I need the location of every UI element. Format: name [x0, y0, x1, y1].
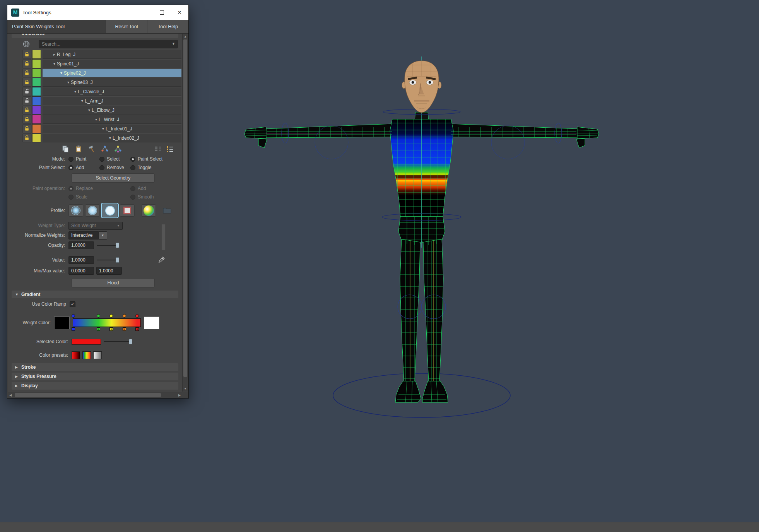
expanded-arrow-icon[interactable]: ▾	[60, 71, 62, 75]
move-influence-icon[interactable]	[100, 145, 109, 153]
tool-settings-window[interactable]: M Tool Settings – ✕ Paint Skin Weights T…	[7, 5, 189, 399]
minimize-button[interactable]: –	[135, 5, 153, 20]
joint-bar[interactable]: ▾L_Arm_J	[43, 96, 181, 105]
expanded-arrow-icon[interactable]: ▾	[95, 117, 97, 121]
brush-soft-button[interactable]	[68, 204, 83, 217]
expanded-arrow-icon[interactable]: ▾	[53, 62, 55, 66]
lock-icon[interactable]	[22, 133, 31, 142]
preset-rainbow-swatch[interactable]	[82, 351, 91, 359]
section-collapsed-icon[interactable]: ▶	[15, 384, 21, 388]
joint-row-Spine01_J[interactable]: ▾Spine01_J	[22, 59, 181, 68]
show-influence-icon[interactable]	[113, 145, 123, 153]
brush-gaussian-button[interactable]	[141, 204, 156, 217]
joint-row-R_Leg_J[interactable]: ▸R_Leg_J	[22, 50, 181, 59]
lock-icon[interactable]	[22, 106, 31, 115]
max-value-input[interactable]	[96, 267, 122, 275]
joint-bar[interactable]: ▸R_Leg_J	[43, 50, 181, 59]
expanded-arrow-icon[interactable]: ▾	[74, 89, 76, 94]
browse-brush-folder-icon[interactable]	[162, 206, 172, 215]
expanded-arrow-icon[interactable]: ▾	[109, 136, 111, 140]
radio-icon-selected[interactable]	[68, 165, 74, 170]
inner-scrollbar[interactable]	[161, 224, 166, 250]
lock-icon[interactable]	[22, 115, 31, 124]
lock-icon[interactable]	[22, 59, 31, 68]
section-collapsed-icon[interactable]: ▶	[15, 375, 21, 378]
weight-hammer-icon[interactable]	[87, 145, 96, 153]
joint-bar[interactable]: ▾L_Wrist_J	[43, 115, 181, 124]
maximize-button[interactable]	[153, 5, 171, 20]
paint-select-option-add[interactable]: Add	[68, 165, 99, 170]
influences-section-header[interactable]: Influences	[12, 34, 178, 38]
brush-medium-button[interactable]	[85, 204, 100, 217]
joint-color-swatch[interactable]	[32, 87, 41, 96]
section-collapsed-icon[interactable]: ▶	[15, 365, 21, 369]
window-titlebar[interactable]: M Tool Settings – ✕	[7, 5, 188, 20]
expanded-arrow-icon[interactable]: ▾	[81, 99, 83, 103]
paint-select-option-remove[interactable]: Remove	[99, 165, 130, 170]
normalize-weights-dropdown-button[interactable]: ▼	[99, 231, 107, 239]
selected-color-slider[interactable]	[104, 339, 132, 345]
ramp-stop-handle[interactable]	[72, 314, 75, 318]
joint-row-Spine03_J[interactable]: ▾Spine03_J	[22, 78, 181, 87]
select-geometry-button[interactable]: Select Geometry	[72, 173, 155, 183]
ramp-stop-handle[interactable]	[97, 314, 100, 318]
expanded-arrow-icon[interactable]: ▾	[102, 127, 104, 131]
scroll-up-icon[interactable]: ▲	[183, 34, 188, 39]
sort-by-hierarchy-icon[interactable]	[165, 145, 174, 153]
joint-color-swatch[interactable]	[32, 96, 41, 105]
joint-row-L_Index01_J[interactable]: ▾L_Index01_J	[22, 124, 181, 133]
gradient-section-header[interactable]: ▼ Gradient	[12, 291, 178, 298]
brush-hard-button[interactable]	[102, 204, 118, 217]
joint-bar[interactable]: ▾L_Elbow_J	[43, 106, 181, 115]
close-button[interactable]: ✕	[171, 5, 188, 20]
mode-option-paint-select[interactable]: Paint Select	[130, 156, 162, 162]
scroll-right-icon[interactable]: ▶	[177, 393, 182, 397]
brush-square-button[interactable]	[120, 204, 135, 217]
joint-row-L_Clavicle_J[interactable]: ▾L_Clavicle_J	[22, 87, 181, 96]
eyedropper-icon[interactable]	[158, 256, 165, 264]
preset-red-black-swatch[interactable]	[72, 351, 80, 359]
paste-weights-icon[interactable]	[74, 145, 83, 153]
joint-color-swatch[interactable]	[32, 50, 41, 59]
ramp-stop-handle[interactable]	[109, 314, 113, 318]
flood-button[interactable]: Flood	[72, 278, 155, 287]
value-input[interactable]	[68, 256, 94, 264]
vertical-scrollbar-thumb[interactable]	[183, 39, 187, 377]
ramp-stop-handle[interactable]	[123, 314, 126, 318]
unlock-icon[interactable]	[22, 87, 31, 96]
ramp-interp-handle[interactable]	[72, 327, 75, 331]
expanded-arrow-icon[interactable]: ▾	[67, 80, 69, 84]
ramp-interp-handle[interactable]: ✕	[109, 327, 113, 331]
lock-icon[interactable]	[22, 50, 31, 59]
min-value-input[interactable]	[68, 267, 94, 275]
joint-color-swatch[interactable]	[32, 115, 41, 124]
section-expanded-icon[interactable]: ▼	[15, 293, 21, 296]
opacity-slider-handle[interactable]	[116, 243, 119, 248]
scroll-down-icon[interactable]: ▼	[183, 386, 188, 391]
joint-color-swatch[interactable]	[32, 133, 41, 142]
stroke-section-header[interactable]: ▶ Stroke	[12, 363, 178, 371]
joint-row-Spine02_J[interactable]: ▾Spine02_J	[22, 68, 181, 77]
expanded-arrow-icon[interactable]: ▾	[88, 108, 90, 112]
selected-color-slider-handle[interactable]	[129, 339, 132, 344]
collapsed-arrow-icon[interactable]: ▸	[53, 52, 55, 56]
influence-filter-icon[interactable]	[22, 40, 31, 48]
selected-color-swatch[interactable]	[72, 339, 101, 345]
value-slider[interactable]	[97, 257, 119, 263]
radio-icon[interactable]	[130, 165, 135, 170]
ramp-left-swatch[interactable]	[54, 316, 70, 329]
ramp-stop-handle[interactable]	[135, 314, 139, 318]
sort-alphabetically-icon[interactable]	[154, 145, 163, 153]
opacity-input[interactable]	[68, 241, 94, 249]
color-ramp-widget[interactable]: ✕✕✕✕	[73, 314, 141, 332]
joint-bar[interactable]: ▾L_Index02_J	[43, 133, 181, 142]
horizontal-scrollbar-track[interactable]	[13, 392, 177, 398]
ramp-interp-handle[interactable]: ✕	[123, 327, 126, 331]
use-color-ramp-checkbox[interactable]: ✓	[70, 301, 75, 307]
ramp-interp-handle[interactable]: ✕	[97, 327, 100, 331]
scroll-left-icon[interactable]: ◀	[8, 393, 13, 397]
lock-icon[interactable]	[22, 68, 31, 77]
joint-bar[interactable]: ▾Spine01_J	[43, 59, 181, 68]
unlock-icon[interactable]	[22, 96, 31, 105]
horizontal-scrollbar-thumb[interactable]	[15, 393, 161, 397]
